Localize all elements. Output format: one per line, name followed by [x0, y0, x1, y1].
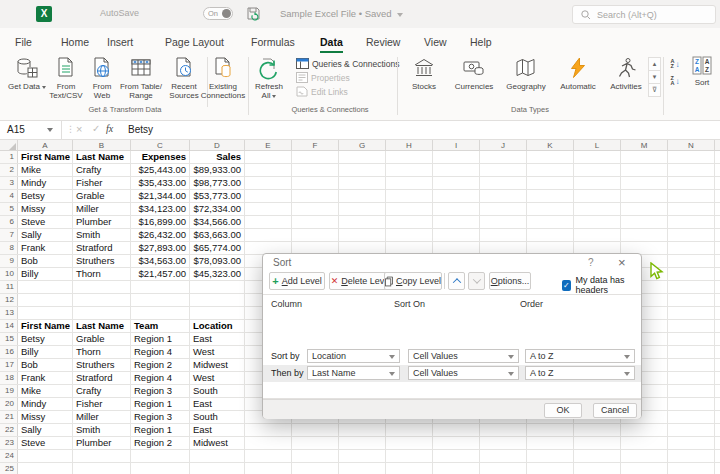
cell-K6[interactable]	[527, 216, 574, 228]
name-box[interactable]: A15	[0, 121, 62, 139]
cell-D7[interactable]: $63,663.00	[190, 229, 245, 241]
row-header-16[interactable]: 16	[0, 346, 18, 358]
cell-M25[interactable]	[621, 463, 668, 474]
cell-D23[interactable]: Midwest	[190, 437, 245, 449]
cell-H23[interactable]	[386, 437, 433, 449]
column-header-A[interactable]: A	[18, 140, 73, 151]
cell-N22[interactable]	[668, 424, 715, 436]
cell-D19[interactable]: South	[190, 385, 245, 397]
cell-F23[interactable]	[292, 437, 339, 449]
cell-A17[interactable]: Bob	[18, 359, 73, 371]
row-header-24[interactable]: 24	[0, 450, 18, 462]
cell-A3[interactable]: Mindy	[18, 177, 73, 189]
cell-C6[interactable]: $16,899.00	[131, 216, 190, 228]
cell-E22[interactable]	[245, 424, 292, 436]
tab-help[interactable]: Help	[470, 33, 492, 53]
cell-A25[interactable]	[18, 463, 73, 474]
cell-I2[interactable]	[433, 164, 480, 176]
cell-I5[interactable]	[433, 203, 480, 215]
sort-ascending-button[interactable]: AZ↓	[666, 57, 684, 71]
sort-descending-button[interactable]: ZA↓	[666, 74, 684, 88]
cell-M22[interactable]	[621, 424, 668, 436]
cell-C14[interactable]: Team	[131, 320, 190, 332]
cell-G1[interactable]	[339, 151, 386, 163]
cell-N17[interactable]	[668, 359, 715, 371]
cell-B10[interactable]: Thorn	[73, 268, 131, 280]
refresh-all-button[interactable]: Refresh All	[250, 56, 288, 104]
row-header-21[interactable]: 21	[0, 411, 18, 423]
cell-N11[interactable]	[668, 281, 715, 293]
excel-logo-icon[interactable]: X	[36, 6, 52, 22]
cell-E2[interactable]	[245, 164, 292, 176]
row-header-17[interactable]: 17	[0, 359, 18, 371]
cell-A24[interactable]	[18, 450, 73, 462]
cell-L4[interactable]	[574, 190, 621, 202]
cell-A11[interactable]	[18, 281, 73, 293]
tab-page-layout[interactable]: Page Layout	[165, 33, 224, 53]
cell-H24[interactable]	[386, 450, 433, 462]
cell-C3[interactable]: $35,433.00	[131, 177, 190, 189]
cell-I3[interactable]	[433, 177, 480, 189]
cell-N3[interactable]	[668, 177, 715, 189]
cell-N13[interactable]	[668, 307, 715, 319]
edit-links-button[interactable]: Edit Links	[296, 86, 348, 97]
cell-C10[interactable]: $21,457.00	[131, 268, 190, 280]
row-header-4[interactable]: 4	[0, 190, 18, 202]
cell-F24[interactable]	[292, 450, 339, 462]
cell-B8[interactable]: Stratford	[73, 242, 131, 254]
row-header-13[interactable]: 13	[0, 307, 18, 319]
cell-E7[interactable]	[245, 229, 292, 241]
order-dropdown[interactable]: A to Z	[525, 366, 635, 380]
cell-J1[interactable]	[480, 151, 527, 163]
cell-B5[interactable]: Miller	[73, 203, 131, 215]
cell-F6[interactable]	[292, 216, 339, 228]
column-header-D[interactable]: D	[190, 140, 245, 151]
cell-I22[interactable]	[433, 424, 480, 436]
cell-D20[interactable]: East	[190, 398, 245, 410]
cell-M1[interactable]	[621, 151, 668, 163]
cell-C18[interactable]: Region 4	[131, 372, 190, 384]
geography-button[interactable]: Geography	[500, 56, 552, 104]
cell-L3[interactable]	[574, 177, 621, 189]
cell-E6[interactable]	[245, 216, 292, 228]
cell-B12[interactable]	[73, 294, 131, 306]
document-title[interactable]: Sample Excel File • Saved	[280, 8, 403, 19]
cell-A20[interactable]: Mindy	[18, 398, 73, 410]
queries-connections-button[interactable]: Queries & Connections	[296, 58, 399, 69]
cell-N7[interactable]	[668, 229, 715, 241]
cell-N9[interactable]	[668, 255, 715, 267]
cell-G3[interactable]	[339, 177, 386, 189]
cell-D3[interactable]: $98,773.00	[190, 177, 245, 189]
cell-H3[interactable]	[386, 177, 433, 189]
cell-L24[interactable]	[574, 450, 621, 462]
cell-L2[interactable]	[574, 164, 621, 176]
column-header-K[interactable]: K	[527, 140, 574, 151]
cell-N12[interactable]	[668, 294, 715, 306]
cell-D11[interactable]	[190, 281, 245, 293]
cell-D17[interactable]: Midwest	[190, 359, 245, 371]
cell-H1[interactable]	[386, 151, 433, 163]
cell-D14[interactable]: Location	[190, 320, 245, 332]
cell-D25[interactable]	[190, 463, 245, 474]
cell-F25[interactable]	[292, 463, 339, 474]
cell-E1[interactable]	[245, 151, 292, 163]
cell-C21[interactable]: Region 3	[131, 411, 190, 423]
stocks-button[interactable]: Stocks	[402, 56, 446, 104]
cell-B23[interactable]: Plumber	[73, 437, 131, 449]
cell-G2[interactable]	[339, 164, 386, 176]
cell-D1[interactable]: Sales	[190, 151, 245, 163]
cell-A19[interactable]: Mike	[18, 385, 73, 397]
cell-F4[interactable]	[292, 190, 339, 202]
cell-C24[interactable]	[131, 450, 190, 462]
cell-A13[interactable]	[18, 307, 73, 319]
copy-level-button[interactable]: Copy Level	[384, 272, 442, 290]
cell-A10[interactable]: Billy	[18, 268, 73, 280]
cell-C11[interactable]	[131, 281, 190, 293]
cell-F3[interactable]	[292, 177, 339, 189]
cell-H2[interactable]	[386, 164, 433, 176]
tab-home[interactable]: Home	[61, 33, 89, 53]
cell-C19[interactable]: Region 3	[131, 385, 190, 397]
row-header-5[interactable]: 5	[0, 203, 18, 215]
cell-K7[interactable]	[527, 229, 574, 241]
cell-C5[interactable]: $34,123.00	[131, 203, 190, 215]
